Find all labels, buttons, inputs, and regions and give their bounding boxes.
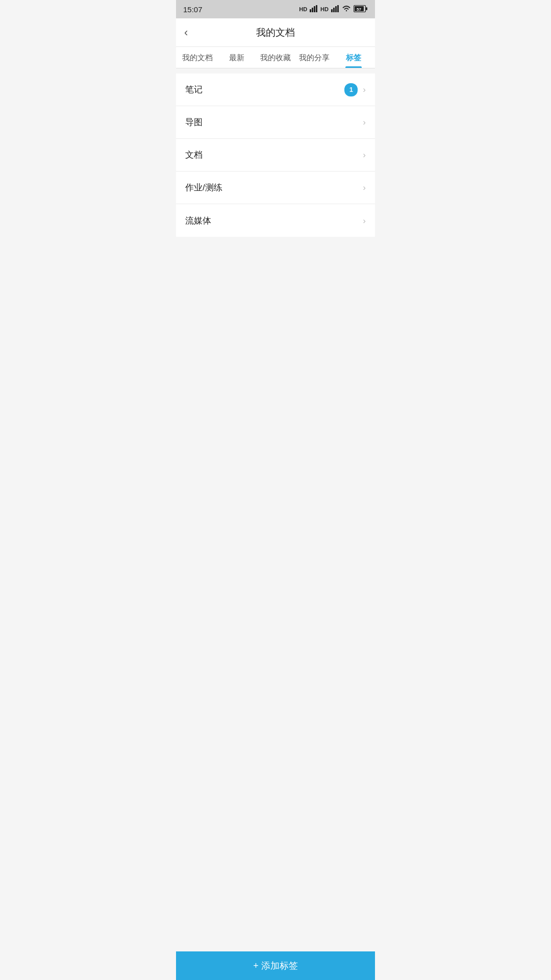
status-icons: HD HD: [299, 5, 368, 14]
tag-list: 笔记 1 › 导图 › 文档 › 作业/测练 › 流媒体: [176, 74, 375, 237]
chevron-icon-mindmap: ›: [363, 118, 366, 127]
list-label-notes: 笔记: [185, 84, 203, 95]
hd-icon: HD: [299, 6, 307, 12]
list-item-streaming[interactable]: 流媒体 ›: [176, 204, 375, 237]
chevron-icon-homework: ›: [363, 183, 366, 192]
battery-icon: 57: [354, 5, 368, 14]
list-item-mindmap[interactable]: 导图 ›: [176, 106, 375, 139]
hd-icon-2: HD: [320, 6, 329, 12]
list-label-mindmap: 导图: [185, 116, 203, 128]
signal-icon-1: [310, 5, 318, 14]
svg-rect-3: [316, 5, 317, 12]
status-time: 15:07: [183, 5, 203, 14]
svg-rect-10: [366, 7, 367, 10]
status-bar: 15:07 HD HD: [176, 0, 375, 18]
chevron-icon-streaming: ›: [363, 216, 366, 225]
svg-rect-2: [314, 6, 315, 12]
tab-bar: 我的文档 最新 我的收藏 我的分享 标签: [176, 47, 375, 68]
list-label-homework: 作业/测练: [185, 182, 222, 193]
wifi-icon: [342, 5, 351, 14]
svg-rect-6: [335, 6, 337, 12]
tab-favorites[interactable]: 我的收藏: [256, 47, 295, 68]
chevron-icon-notes: ›: [363, 85, 366, 94]
svg-rect-0: [310, 9, 311, 12]
tab-recent[interactable]: 最新: [217, 47, 256, 68]
svg-rect-5: [333, 8, 335, 12]
tab-tags[interactable]: 标签: [334, 47, 373, 68]
list-label-streaming: 流媒体: [185, 215, 211, 227]
svg-text:57: 57: [357, 7, 361, 12]
list-item-homework[interactable]: 作业/测练 ›: [176, 172, 375, 204]
page-title: 我的文档: [256, 26, 295, 39]
back-button[interactable]: ‹: [184, 27, 188, 38]
signal-icon-2: [331, 5, 339, 14]
tab-shared[interactable]: 我的分享: [295, 47, 334, 68]
chevron-icon-documents: ›: [363, 151, 366, 159]
tab-my-docs[interactable]: 我的文档: [178, 47, 217, 68]
list-item-documents[interactable]: 文档 ›: [176, 139, 375, 172]
header: ‹ 我的文档: [176, 18, 375, 47]
list-label-documents: 文档: [185, 149, 203, 161]
list-item-notes[interactable]: 笔记 1 ›: [176, 74, 375, 106]
svg-rect-4: [331, 9, 333, 12]
svg-rect-7: [337, 5, 339, 12]
svg-rect-1: [312, 8, 313, 12]
badge-notes: 1: [344, 83, 358, 96]
